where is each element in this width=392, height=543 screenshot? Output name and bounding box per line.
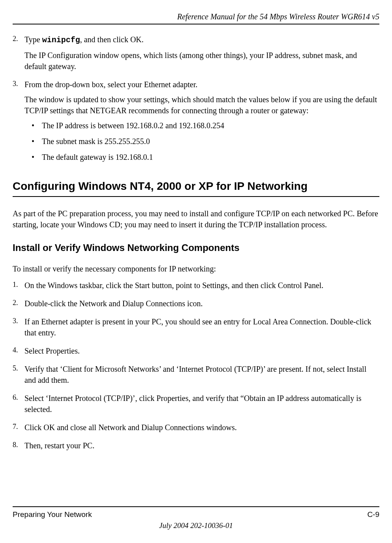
- bullet-list: • The IP address is between 192.168.0.2 …: [24, 120, 379, 163]
- step-text: Double-click the Network and Dialup Conn…: [24, 298, 379, 309]
- step-text: On the Windows taskbar, click the Start …: [24, 280, 379, 291]
- heading-rule: [13, 196, 379, 197]
- bullet-item: • The subnet mask is 255.255.255.0: [24, 136, 379, 147]
- step-content: Double-click the Network and Dialup Conn…: [24, 298, 379, 313]
- footer-rule: [13, 506, 379, 507]
- bullet-icon: •: [32, 136, 42, 147]
- step-2: 2. Type winipcfg, and then click OK. The…: [13, 34, 379, 76]
- list-item: 8. Then, restart your PC.: [13, 440, 379, 455]
- bullet-item: • The IP address is between 192.168.0.2 …: [24, 120, 379, 131]
- bullet-text: The default gateway is 192.168.0.1: [42, 152, 153, 163]
- step-num: 8.: [13, 440, 24, 455]
- step-para: The IP Configuration window opens, which…: [24, 50, 379, 72]
- list-item: 1. On the Windows taskbar, click the Sta…: [13, 280, 379, 295]
- footer: Preparing Your Network C-9 July 2004 202…: [13, 506, 379, 531]
- step-content: Select ‘Internet Protocol (TCP/IP)’, cli…: [24, 393, 379, 419]
- step-text: Click OK and close all Network and Dialu…: [24, 422, 379, 433]
- step-text: From the drop-down box, select your Ethe…: [24, 79, 379, 90]
- step-text: Verify that ‘Client for Microsoft Networ…: [24, 363, 379, 386]
- heading-2: Install or Verify Windows Networking Com…: [13, 241, 379, 255]
- text-before: Type: [24, 35, 42, 44]
- step-num: 2.: [13, 34, 24, 76]
- bullet-text: The subnet mask is 255.255.255.0: [42, 136, 150, 147]
- list-item: 6. Select ‘Internet Protocol (TCP/IP)’, …: [13, 393, 379, 419]
- list-item: 7. Click OK and close all Network and Di…: [13, 422, 379, 437]
- code-text: winipcfg: [42, 36, 80, 45]
- step-para: The window is updated to show your setti…: [24, 94, 379, 116]
- step-num: 3.: [13, 316, 24, 342]
- heading-1: Configuring Windows NT4, 2000 or XP for …: [13, 178, 379, 194]
- step-content: On the Windows taskbar, click the Start …: [24, 280, 379, 295]
- list-item: 2. Double-click the Network and Dialup C…: [13, 298, 379, 313]
- step-num: 3.: [13, 79, 24, 167]
- step-content: Then, restart your PC.: [24, 440, 379, 455]
- footer-left: Preparing Your Network: [13, 509, 92, 520]
- step-text: Type winipcfg, and then click OK.: [24, 34, 379, 46]
- step-content: Type winipcfg, and then click OK. The IP…: [24, 34, 379, 76]
- step-text: If an Ethernet adapter is present in you…: [24, 316, 379, 338]
- step-text: Select ‘Internet Protocol (TCP/IP)’, cli…: [24, 393, 379, 415]
- list-item: 3. If an Ethernet adapter is present in …: [13, 316, 379, 342]
- step-content: Verify that ‘Client for Microsoft Networ…: [24, 363, 379, 389]
- intro-text: To install or verify the necessary compo…: [13, 263, 379, 274]
- bullet-item: • The default gateway is 192.168.0.1: [24, 152, 379, 163]
- step-content: Click OK and close all Network and Dialu…: [24, 422, 379, 437]
- bullet-icon: •: [32, 120, 42, 131]
- text-after: , and then click OK.: [80, 35, 144, 44]
- step-content: Select Properties.: [24, 345, 379, 360]
- step-text: Select Properties.: [24, 345, 379, 356]
- step-num: 6.: [13, 393, 24, 419]
- header-rule: [13, 24, 379, 24]
- list-item: 4. Select Properties.: [13, 345, 379, 360]
- list-item: 5. Verify that ‘Client for Microsoft Net…: [13, 363, 379, 389]
- footer-date: July 2004 202-10036-01: [13, 521, 379, 531]
- footer-right: C-9: [367, 509, 379, 520]
- bullet-text: The IP address is between 192.168.0.2 an…: [42, 120, 224, 131]
- footer-row: Preparing Your Network C-9: [13, 509, 379, 520]
- paragraph: As part of the PC preparation process, y…: [13, 208, 379, 230]
- step-3: 3. From the drop-down box, select your E…: [13, 79, 379, 167]
- bullet-icon: •: [32, 152, 42, 163]
- step-num: 4.: [13, 345, 24, 360]
- step-num: 1.: [13, 280, 24, 295]
- step-num: 7.: [13, 422, 24, 437]
- header-title: Reference Manual for the 54 Mbps Wireles…: [13, 11, 379, 22]
- step-content: If an Ethernet adapter is present in you…: [24, 316, 379, 342]
- step-num: 2.: [13, 298, 24, 313]
- step-num: 5.: [13, 363, 24, 389]
- step-content: From the drop-down box, select your Ethe…: [24, 79, 379, 167]
- step-text: Then, restart your PC.: [24, 440, 379, 451]
